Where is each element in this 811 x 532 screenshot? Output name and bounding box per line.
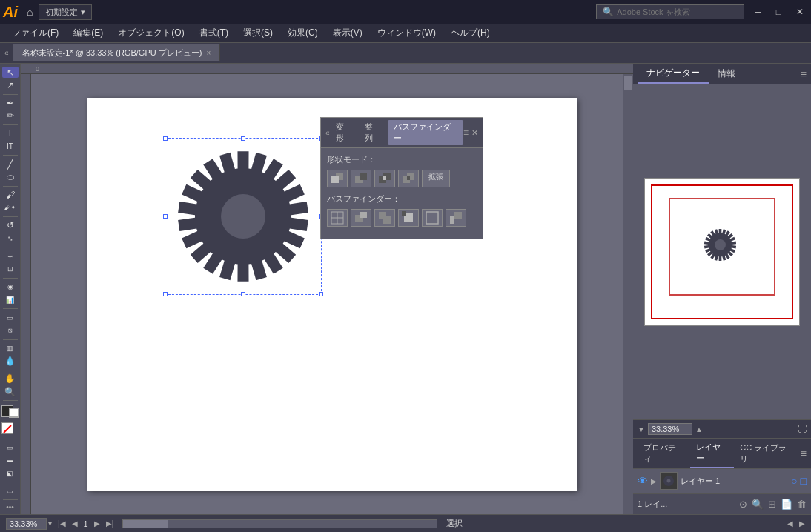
new-layer-button[interactable]: 📄 <box>781 499 792 510</box>
pf-crop[interactable] <box>398 209 419 227</box>
draw-mode-normal[interactable]: ▭ <box>2 442 19 453</box>
free-transform-tool[interactable]: ⊡ <box>2 263 19 274</box>
scale-tool[interactable]: ⤡ <box>2 233 19 244</box>
minimize-button[interactable]: ─ <box>750 7 766 17</box>
tab-info[interactable]: 情報 <box>709 64 744 83</box>
shape-mode-exclude[interactable] <box>398 170 419 187</box>
shape-mode-unite[interactable] <box>327 170 348 187</box>
type-tool[interactable]: T <box>2 128 19 139</box>
draw-mode-inside[interactable]: ⬕ <box>2 468 19 479</box>
stock-search-box[interactable]: 🔍 <box>596 4 744 19</box>
tab-collapse-button[interactable]: « <box>0 49 13 57</box>
pf-minus-back[interactable] <box>446 209 466 227</box>
more-tools-button[interactable]: ••• <box>6 503 14 511</box>
menu-type[interactable]: 書式(T) <box>193 25 234 41</box>
shape-mode-intersect[interactable] <box>374 170 395 187</box>
symbol-sprayer-tool[interactable]: ◉ <box>2 282 19 293</box>
pf-merge[interactable] <box>374 209 395 227</box>
layers-menu-button[interactable]: ≡ <box>801 448 807 459</box>
direct-selection-tool[interactable]: ↗ <box>2 79 19 90</box>
page-nav-first[interactable]: |◀ <box>58 519 66 528</box>
status-arrow-left[interactable]: ◀ <box>787 519 793 528</box>
vertical-scrollbar[interactable] <box>623 74 633 514</box>
chart-tool[interactable]: 📊 <box>2 294 19 305</box>
pen-tool[interactable]: ✒ <box>2 97 19 108</box>
workspace-button[interactable]: 初期設定 ▾ <box>39 4 92 20</box>
zoom-up-arrow[interactable]: ▲ <box>695 425 703 433</box>
layer-visibility-toggle[interactable]: 👁 <box>638 475 648 487</box>
document-tab[interactable]: 名称未設定-1* @ 33.33% (RGB/GPU プレビュー) × <box>13 44 221 61</box>
paintbrush-tool[interactable]: 🖌 <box>2 189 19 200</box>
menu-view[interactable]: 表示(V) <box>327 25 368 41</box>
zoom-down-arrow[interactable]: ▼ <box>638 425 645 433</box>
delete-layer-button[interactable]: 🗑 <box>797 499 807 510</box>
doc-tab-close[interactable]: × <box>206 49 211 57</box>
selection-handle-tl[interactable] <box>163 136 168 141</box>
zoom-input[interactable]: 33.33% <box>648 423 692 435</box>
stock-search-input[interactable] <box>617 7 728 16</box>
zoom-fit-button[interactable]: ⛶ <box>798 424 807 434</box>
home-icon[interactable]: ⌂ <box>27 6 33 18</box>
layer-expand-arrow[interactable]: ▶ <box>651 477 657 485</box>
canvas-area[interactable]: 0 <box>21 64 633 514</box>
selection-handle-bl[interactable] <box>163 292 168 296</box>
pathfinder-menu-icon[interactable]: ≡ <box>463 127 469 138</box>
fill-stroke-swatches[interactable] <box>1 405 19 418</box>
scroll-thumb-h[interactable] <box>123 520 168 528</box>
tab-layers[interactable]: レイヤー <box>690 439 735 468</box>
navigator-menu-button[interactable]: ≡ <box>801 68 807 80</box>
close-button[interactable]: ✕ <box>792 7 808 17</box>
canvas-content[interactable]: « 変形 整列 パスファインダー ≡ ✕ 形状モード： <box>31 74 633 514</box>
selection-handle-ml[interactable] <box>163 214 168 219</box>
selection-handle-br[interactable] <box>319 292 323 296</box>
gear-object[interactable] <box>169 142 317 290</box>
draw-mode-back[interactable]: ▬ <box>2 455 19 466</box>
layer-row[interactable]: 👁 ▶ レイヤー 1 ○ □ <box>633 469 811 493</box>
menu-help[interactable]: ヘルプ(H) <box>445 25 496 41</box>
selection-handle-bm[interactable] <box>241 292 245 296</box>
tab-cc-libraries[interactable]: CC ライブラリ <box>734 439 800 468</box>
tab-navigator[interactable]: ナビゲーター <box>638 64 709 84</box>
warp-tool[interactable]: ⤻ <box>2 250 19 262</box>
menu-select[interactable]: 選択(S) <box>237 25 279 41</box>
zoom-tool[interactable]: 🔍 <box>2 386 19 397</box>
change-screen-mode[interactable]: ▭ <box>2 485 19 496</box>
pencil-tool[interactable]: ✏ <box>2 110 19 122</box>
selection-handle-tm[interactable] <box>241 136 245 141</box>
horizontal-scrollbar[interactable] <box>122 519 437 528</box>
stroke-color-swatch[interactable] <box>9 408 19 418</box>
blob-brush-tool[interactable]: 🖌✦ <box>2 202 19 213</box>
layer-target-indicator[interactable]: ○ <box>791 475 797 487</box>
zoom-dropdown-icon[interactable]: ▾ <box>48 519 52 528</box>
menu-window[interactable]: ウィンドウ(W) <box>371 25 442 41</box>
scroll-thumb[interactable] <box>624 76 632 90</box>
shape-mode-minus-front[interactable] <box>351 170 371 187</box>
selection-tool[interactable]: ↖ <box>2 67 19 78</box>
layer-selection-indicator[interactable]: □ <box>801 475 807 487</box>
pf-outline[interactable] <box>422 209 443 227</box>
menu-file[interactable]: ファイル(F) <box>6 25 64 41</box>
no-color-swatch[interactable] <box>1 422 19 434</box>
make-clipping-mask-button[interactable]: ⊙ <box>739 499 747 510</box>
page-nav-prev[interactable]: ◀ <box>72 519 78 528</box>
rotate-tool[interactable]: ↺ <box>2 220 19 231</box>
menu-effect[interactable]: 効果(C) <box>282 25 324 41</box>
tab-pathfinder[interactable]: パスファインダー <box>388 120 463 145</box>
gradient-tool[interactable]: ▥ <box>2 342 19 353</box>
pathfinder-close-icon[interactable]: ✕ <box>471 128 478 138</box>
pf-trim[interactable] <box>351 209 371 227</box>
eyedropper-tool[interactable]: 💧 <box>2 356 19 367</box>
menu-edit[interactable]: 編集(E) <box>67 25 109 41</box>
vertical-type-tool[interactable]: IT <box>2 141 19 152</box>
locate-object-button[interactable]: 🔍 <box>752 499 764 510</box>
status-arrow-right[interactable]: ▶ <box>799 519 805 528</box>
pf-divide[interactable] <box>327 209 348 227</box>
page-nav-next[interactable]: ▶ <box>94 519 100 528</box>
line-tool[interactable]: ╱ <box>2 159 19 170</box>
tab-transform[interactable]: 変形 <box>330 120 357 145</box>
status-zoom-input[interactable] <box>6 518 47 530</box>
menu-object[interactable]: オブジェクト(O) <box>112 25 190 41</box>
tab-align[interactable]: 整列 <box>359 120 386 145</box>
maximize-button[interactable]: □ <box>772 7 786 17</box>
artboard-tool[interactable]: ▭ <box>2 312 19 323</box>
